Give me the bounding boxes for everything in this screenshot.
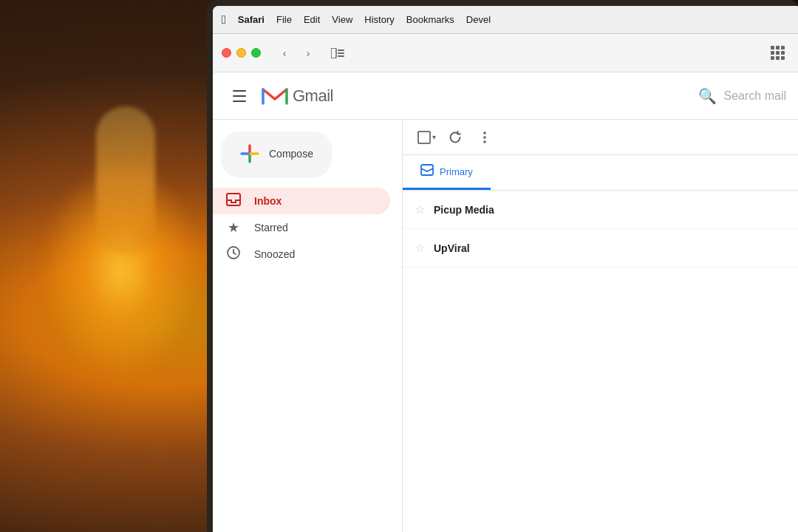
- back-button[interactable]: ‹: [274, 43, 295, 64]
- hamburger-line-2: [233, 95, 246, 97]
- gmail-search[interactable]: 🔍 Search mail: [698, 87, 786, 105]
- select-dropdown-icon: ▾: [432, 133, 436, 141]
- menubar-view[interactable]: View: [332, 14, 352, 25]
- menubar-develop[interactable]: Devel: [466, 14, 491, 25]
- grid-icon: [771, 46, 785, 60]
- menubar-bookmarks[interactable]: Bookmarks: [406, 14, 454, 25]
- email-row[interactable]: ☆ Picup Media: [403, 191, 798, 229]
- svg-line-13: [233, 253, 236, 254]
- snoozed-icon: [225, 246, 242, 263]
- tab-primary-icon: [420, 164, 434, 179]
- gmail-body: Compose Inbox: [213, 120, 798, 532]
- refresh-icon: [449, 131, 462, 144]
- inbox-tabs: Primary: [403, 155, 798, 191]
- svg-point-14: [483, 132, 486, 134]
- compose-button[interactable]: Compose: [222, 132, 331, 176]
- sidebar-item-starred[interactable]: ★ Starred: [213, 214, 390, 241]
- search-placeholder-text: Search mail: [724, 89, 786, 103]
- star-email-1[interactable]: ☆: [415, 202, 425, 216]
- sidebar-item-snoozed-label: Snoozed: [254, 248, 295, 260]
- gmail-header: Gmail 🔍 Search mail: [213, 72, 798, 120]
- email-row[interactable]: ☆ UpViral: [403, 229, 798, 267]
- menubar-history[interactable]: History: [364, 14, 394, 25]
- svg-rect-3: [338, 55, 344, 57]
- safari-toolbar: ‹ ›: [213, 34, 798, 72]
- laptop-screen:  Safari File Edit View History Bookmark…: [213, 6, 798, 532]
- compose-label: Compose: [269, 148, 313, 160]
- sidebar-item-inbox[interactable]: Inbox: [213, 188, 390, 214]
- gmail-sidebar: Compose Inbox: [213, 120, 402, 532]
- sidebar-icon: [331, 48, 344, 58]
- star-icon: ★: [225, 219, 242, 236]
- refresh-button[interactable]: [442, 124, 468, 151]
- tab-primary-label: Primary: [440, 166, 473, 177]
- gmail-wordmark: Gmail: [293, 86, 333, 106]
- hamburger-line-1: [233, 90, 246, 92]
- maximize-button[interactable]: [251, 48, 261, 58]
- minimize-button[interactable]: [236, 48, 246, 58]
- svg-rect-1: [338, 50, 344, 51]
- menubar-app-name[interactable]: Safari: [238, 14, 265, 25]
- nav-buttons: ‹ ›: [274, 43, 318, 64]
- hamburger-line-3: [233, 100, 246, 102]
- checkbox-square: [417, 131, 431, 144]
- close-button[interactable]: [222, 48, 231, 58]
- search-icon: 🔍: [698, 87, 717, 105]
- more-options-button[interactable]: [471, 124, 498, 151]
- sidebar-item-starred-label: Starred: [254, 222, 288, 233]
- svg-rect-0: [331, 48, 336, 58]
- svg-point-16: [483, 140, 486, 143]
- more-options-icon: [483, 131, 486, 144]
- sidebar-toggle-button[interactable]: [326, 43, 349, 64]
- hamburger-menu-button[interactable]: [225, 81, 254, 111]
- sidebar-item-snoozed[interactable]: Snoozed: [213, 241, 390, 267]
- svg-rect-2: [338, 52, 344, 54]
- apple-menu-icon[interactable]: : [222, 13, 226, 27]
- select-all-checkbox[interactable]: ▾: [415, 128, 439, 147]
- gmail-logo: Gmail: [260, 85, 333, 107]
- sidebar-item-inbox-label: Inbox: [254, 195, 282, 207]
- compose-plus-icon: [239, 143, 260, 164]
- inbox-icon: [225, 193, 242, 210]
- svg-point-15: [483, 136, 486, 139]
- menubar-file[interactable]: File: [276, 14, 292, 25]
- star-email-2[interactable]: ☆: [415, 241, 425, 255]
- macos-menubar:  Safari File Edit View History Bookmark…: [213, 6, 798, 34]
- main-toolbar: ▾: [403, 120, 798, 155]
- email-sender-1: Picup Media: [434, 204, 522, 216]
- laptop-bezel:  Safari File Edit View History Bookmark…: [207, 0, 798, 532]
- gmail-m-icon: [260, 85, 290, 107]
- traffic-lights: [222, 48, 261, 58]
- gmail-main: ▾: [402, 120, 798, 532]
- tab-primary[interactable]: Primary: [403, 155, 491, 190]
- email-sender-2: UpViral: [434, 242, 522, 254]
- menubar-edit[interactable]: Edit: [304, 14, 320, 25]
- grid-view-button[interactable]: [765, 43, 789, 64]
- email-list: ☆ Picup Media ☆ UpViral: [403, 191, 798, 532]
- gmail-content: Gmail 🔍 Search mail: [213, 72, 798, 532]
- forward-button[interactable]: ›: [298, 43, 318, 64]
